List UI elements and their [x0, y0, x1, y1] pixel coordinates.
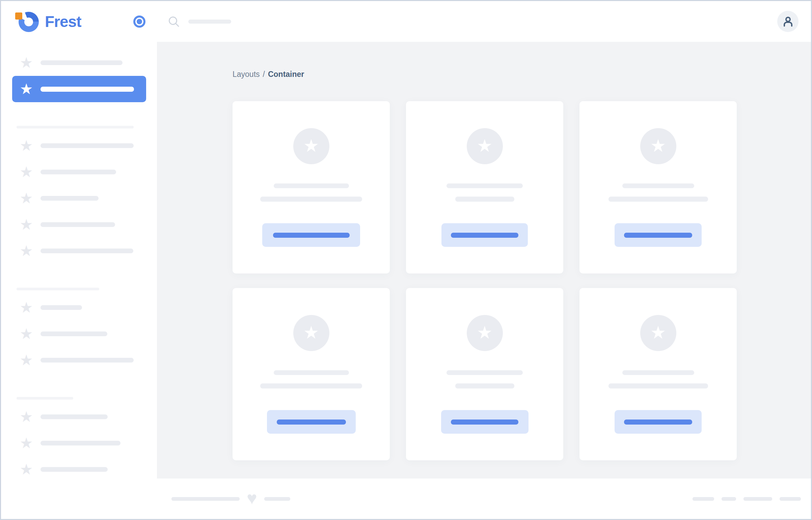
- card-title-skeleton: [446, 183, 523, 188]
- sidebar-item-label-skeleton: [41, 358, 134, 363]
- card-title-skeleton: [622, 183, 694, 188]
- sidebar-item-label-skeleton: [41, 305, 82, 310]
- star-icon: ★: [20, 436, 33, 450]
- sidebar-item-label-skeleton: [41, 170, 116, 174]
- sidebar-item-label-skeleton: [41, 414, 108, 419]
- sidebar-item[interactable]: ★: [1, 321, 157, 347]
- person-icon: [782, 16, 794, 28]
- card: ★: [580, 101, 737, 274]
- sidebar-item-label-skeleton: [41, 60, 123, 65]
- sidebar-item[interactable]: ★: [1, 50, 157, 76]
- star-icon: ★: [477, 137, 493, 154]
- card-action-button[interactable]: [441, 223, 528, 247]
- sidebar-item[interactable]: ★: [1, 456, 157, 483]
- content-area: Layouts / Container ★★★★★★: [157, 42, 811, 478]
- sidebar-item-label-skeleton: [41, 196, 99, 201]
- card-button-label-skeleton: [273, 233, 350, 238]
- footer: ♥: [157, 478, 811, 519]
- sidebar-item-label-skeleton: [41, 222, 115, 227]
- card-image-placeholder: ★: [640, 315, 676, 351]
- sidebar-header: Frest: [1, 1, 157, 42]
- star-icon: ★: [20, 300, 33, 315]
- card-image-placeholder: ★: [293, 315, 329, 351]
- sidebar-section-header-skeleton: [17, 288, 99, 290]
- sidebar-item-label-skeleton: [41, 87, 134, 92]
- card-button-label-skeleton: [624, 233, 692, 238]
- sidebar: Frest ★★★★★★★★★★★★★: [1, 1, 157, 519]
- sidebar-item-active[interactable]: ★: [12, 76, 146, 102]
- footer-link-skeleton: [692, 497, 714, 501]
- card-action-button[interactable]: [615, 410, 702, 434]
- menu-pin-toggle-icon[interactable]: [133, 16, 145, 28]
- sidebar-item[interactable]: ★: [1, 238, 157, 264]
- cards-grid: ★★★★★★: [232, 101, 737, 460]
- heart-icon: ♥: [247, 489, 257, 507]
- card-action-button[interactable]: [267, 410, 356, 434]
- star-icon: ★: [650, 137, 666, 154]
- star-icon: ★: [20, 55, 33, 70]
- card-image-placeholder: ★: [293, 128, 329, 164]
- card-image-placeholder: ★: [467, 128, 503, 164]
- star-icon: ★: [20, 462, 33, 477]
- user-avatar-button[interactable]: [777, 11, 798, 32]
- sidebar-item[interactable]: ★: [1, 159, 157, 185]
- footer-left-skeleton: ♥: [171, 490, 290, 508]
- sidebar-menu: ★★★★★★★★★★★★★: [1, 42, 157, 519]
- star-icon: ★: [650, 324, 666, 341]
- star-icon: ★: [20, 191, 33, 206]
- sidebar-item[interactable]: ★: [1, 185, 157, 211]
- star-icon: ★: [20, 82, 33, 97]
- sidebar-item[interactable]: ★: [1, 132, 157, 159]
- star-icon: ★: [303, 324, 319, 341]
- brand-logo[interactable]: Frest: [15, 11, 81, 32]
- card-button-label-skeleton: [624, 419, 692, 424]
- card-text-skeleton: [455, 384, 514, 389]
- card-action-button[interactable]: [615, 223, 702, 247]
- card-button-label-skeleton: [451, 233, 518, 238]
- sidebar-item[interactable]: ★: [1, 211, 157, 238]
- sidebar-item[interactable]: ★: [1, 347, 157, 373]
- logo-orange-square: [15, 12, 22, 20]
- card-title-skeleton: [622, 370, 694, 375]
- card-title-skeleton: [446, 370, 523, 375]
- sidebar-item[interactable]: ★: [1, 294, 157, 321]
- brand-name: Frest: [45, 12, 81, 31]
- card-image-placeholder: ★: [467, 315, 503, 351]
- card: ★: [232, 101, 390, 274]
- star-icon: ★: [477, 324, 493, 341]
- star-icon: ★: [20, 409, 33, 424]
- star-icon: ★: [20, 164, 33, 179]
- footer-right-skeleton: [692, 497, 801, 501]
- breadcrumb-parent-link[interactable]: Layouts: [232, 69, 260, 79]
- sidebar-item-label-skeleton: [41, 467, 108, 472]
- card: ★: [406, 288, 563, 460]
- card-title-skeleton: [274, 370, 349, 375]
- main-column: Layouts / Container ★★★★★★ ♥: [157, 1, 811, 519]
- card-action-button[interactable]: [262, 223, 360, 247]
- app-window: Frest ★★★★★★★★★★★★★: [1, 1, 811, 519]
- star-icon: ★: [20, 353, 33, 368]
- sidebar-item-label-skeleton: [41, 143, 134, 148]
- sidebar-item-label-skeleton: [41, 441, 121, 445]
- sidebar-section-header-skeleton: [17, 126, 134, 129]
- breadcrumb-current: Container: [268, 69, 304, 79]
- card-text-skeleton: [260, 384, 362, 389]
- footer-link-skeleton: [780, 497, 801, 501]
- star-icon: ★: [20, 243, 33, 258]
- card-text-skeleton: [455, 197, 514, 202]
- sidebar-item[interactable]: ★: [1, 404, 157, 430]
- card: ★: [406, 101, 563, 274]
- search-placeholder-skeleton: [188, 20, 231, 24]
- search-input[interactable]: [168, 16, 777, 27]
- sidebar-item[interactable]: ★: [1, 430, 157, 456]
- footer-credit-skeleton: [264, 497, 290, 501]
- card-text-skeleton: [609, 384, 708, 389]
- sidebar-item-label-skeleton: [41, 249, 133, 253]
- card-text-skeleton: [609, 197, 708, 202]
- sidebar-item-label-skeleton: [41, 332, 107, 336]
- card-action-button[interactable]: [441, 410, 528, 434]
- breadcrumb-separator: /: [263, 69, 265, 79]
- search-icon: [168, 16, 179, 27]
- star-icon: ★: [20, 217, 33, 232]
- frest-swirl-icon: [15, 11, 40, 32]
